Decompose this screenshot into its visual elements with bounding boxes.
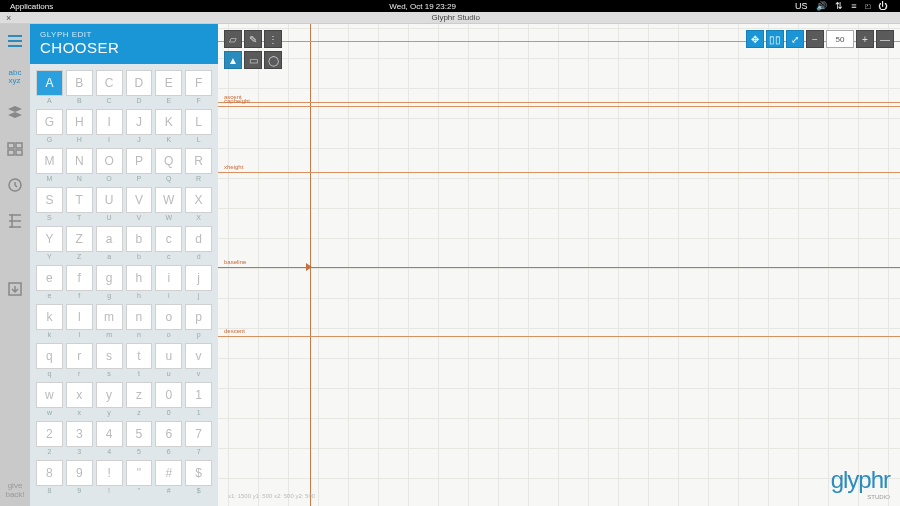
glyph-cell[interactable]: 1 <box>185 382 212 408</box>
arrow-tool[interactable]: ▱ <box>224 30 242 48</box>
glyph-cell[interactable]: n <box>126 304 153 330</box>
export-icon[interactable] <box>4 278 26 300</box>
glyph-cell[interactable]: k <box>36 304 63 330</box>
give-back-link[interactable]: give back! <box>0 482 30 500</box>
history-icon[interactable] <box>4 174 26 196</box>
glyph-cell[interactable]: d <box>185 226 212 252</box>
glyph-cell[interactable]: a <box>96 226 123 252</box>
glyph-cell[interactable]: B <box>66 70 93 96</box>
glyph-cell[interactable]: i <box>155 265 182 291</box>
glyph-cell[interactable]: U <box>96 187 123 213</box>
zoom-fit-button[interactable]: ▯▯ <box>766 30 784 48</box>
applications-menu[interactable]: Applications <box>10 2 53 11</box>
glyph-cell[interactable]: S <box>36 187 63 213</box>
glyph-cell[interactable]: A <box>36 70 63 96</box>
zoom-in-button[interactable]: + <box>856 30 874 48</box>
glyph-cell[interactable]: Y <box>36 226 63 252</box>
pan-tool[interactable]: ✥ <box>746 30 764 48</box>
glyph-cell[interactable]: h <box>126 265 153 291</box>
glyph-cell[interactable]: K <box>155 109 182 135</box>
glyph-cell[interactable]: q <box>36 343 63 369</box>
glyph-cell[interactable]: Q <box>155 148 182 174</box>
layers-icon[interactable] <box>4 102 26 124</box>
volume-icon[interactable]: 🔊 <box>816 1 827 11</box>
glyph-cell[interactable]: ! <box>96 460 123 486</box>
glyph-cell[interactable]: 3 <box>66 421 93 447</box>
glyph-cell[interactable]: w <box>36 382 63 408</box>
glyph-cell[interactable]: " <box>126 460 153 486</box>
glyph-cell[interactable]: s <box>96 343 123 369</box>
glyph-cell[interactable]: p <box>185 304 212 330</box>
keyboard-indicator[interactable]: US <box>795 1 808 11</box>
glyph-cell[interactable]: I <box>96 109 123 135</box>
glyph-cell[interactable]: R <box>185 148 212 174</box>
chooser-scroll[interactable]: ABCDEFABCDEFGHIJKLGHIJKLMNOPQRMNOPQRSTUV… <box>30 64 218 506</box>
guides-icon[interactable] <box>4 210 26 232</box>
glyph-cell-label: z <box>126 409 153 416</box>
glyph-cell[interactable]: W <box>155 187 182 213</box>
panel-icon[interactable] <box>4 138 26 160</box>
oval-tool[interactable]: ◯ <box>264 51 282 69</box>
zoom-value[interactable]: 50 <box>826 30 854 48</box>
close-icon[interactable]: × <box>6 13 11 23</box>
glyph-cell[interactable]: t <box>126 343 153 369</box>
glyph-cell[interactable]: # <box>155 460 182 486</box>
glyph-cell-label: C <box>96 97 123 104</box>
glyph-cell[interactable]: C <box>96 70 123 96</box>
glyph-cell[interactable]: P <box>126 148 153 174</box>
zoom-reset-button[interactable]: — <box>876 30 894 48</box>
glyph-cell[interactable]: V <box>126 187 153 213</box>
glyph-canvas[interactable]: emboxascentcapheightxheightbaselinedesce… <box>218 24 900 506</box>
glyph-cell[interactable]: G <box>36 109 63 135</box>
glyph-cell[interactable]: c <box>155 226 182 252</box>
glyph-cell[interactable]: X <box>185 187 212 213</box>
glyph-cell[interactable]: z <box>126 382 153 408</box>
glyph-cell[interactable]: o <box>155 304 182 330</box>
glyph-cell[interactable]: 7 <box>185 421 212 447</box>
notification-icon[interactable]: ⏍ <box>865 1 870 11</box>
glyph-cell[interactable]: $ <box>185 460 212 486</box>
point-tool[interactable]: ⋮ <box>264 30 282 48</box>
glyph-cell[interactable]: 8 <box>36 460 63 486</box>
zoom-out-button[interactable]: − <box>806 30 824 48</box>
glyph-cell[interactable]: M <box>36 148 63 174</box>
glyph-cell[interactable]: r <box>66 343 93 369</box>
glyph-cell[interactable]: 6 <box>155 421 182 447</box>
glyph-cell[interactable]: l <box>66 304 93 330</box>
glyph-cell[interactable]: L <box>185 109 212 135</box>
glyph-cell[interactable]: x <box>66 382 93 408</box>
glyph-cell[interactable]: N <box>66 148 93 174</box>
zoom-1to1-button[interactable]: ⤢ <box>786 30 804 48</box>
glyph-cell[interactable]: J <box>126 109 153 135</box>
glyph-cell[interactable]: g <box>96 265 123 291</box>
glyph-cell[interactable]: f <box>66 265 93 291</box>
status-icon[interactable]: ≡ <box>851 1 856 11</box>
rect-tool[interactable]: ▭ <box>244 51 262 69</box>
glyph-cell[interactable]: D <box>126 70 153 96</box>
glyph-cell[interactable]: b <box>126 226 153 252</box>
guide-xheight <box>218 172 900 173</box>
glyph-cell[interactable]: j <box>185 265 212 291</box>
shape-tool[interactable]: ▲ <box>224 51 242 69</box>
glyph-cell[interactable]: F <box>185 70 212 96</box>
glyph-chooser-icon[interactable]: abcxyz <box>4 66 26 88</box>
power-icon[interactable]: ⏻ <box>878 1 887 11</box>
glyph-cell[interactable]: 9 <box>66 460 93 486</box>
glyph-cell[interactable]: 2 <box>36 421 63 447</box>
glyph-cell[interactable]: E <box>155 70 182 96</box>
glyph-cell[interactable]: 0 <box>155 382 182 408</box>
glyph-cell[interactable]: Z <box>66 226 93 252</box>
glyph-cell[interactable]: v <box>185 343 212 369</box>
glyph-cell[interactable]: 5 <box>126 421 153 447</box>
glyph-cell[interactable]: u <box>155 343 182 369</box>
glyph-cell[interactable]: 4 <box>96 421 123 447</box>
glyph-cell[interactable]: m <box>96 304 123 330</box>
glyph-cell[interactable]: e <box>36 265 63 291</box>
glyph-cell[interactable]: O <box>96 148 123 174</box>
network-icon[interactable]: ⇅ <box>835 1 843 11</box>
glyph-cell[interactable]: y <box>96 382 123 408</box>
menu-icon[interactable] <box>4 30 26 52</box>
pen-tool[interactable]: ✎ <box>244 30 262 48</box>
glyph-cell[interactable]: T <box>66 187 93 213</box>
glyph-cell[interactable]: H <box>66 109 93 135</box>
